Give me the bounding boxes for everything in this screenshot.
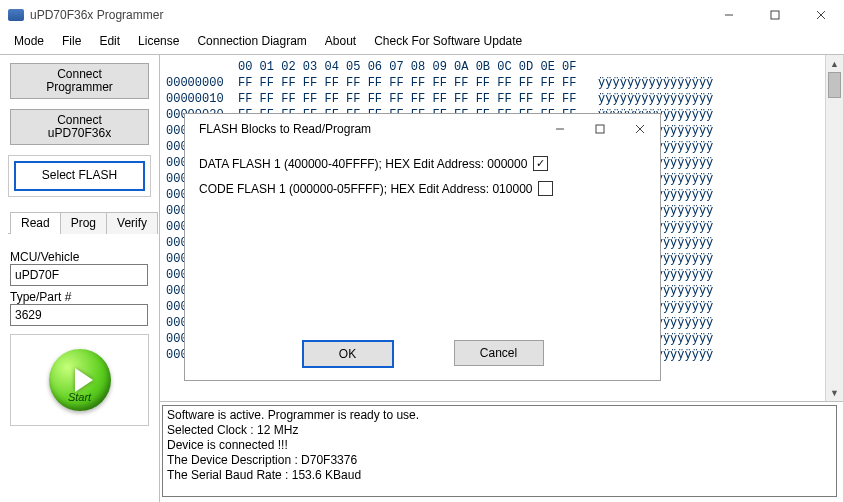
hex-vertical-scrollbar[interactable]: ▲ ▼ <box>825 55 843 401</box>
log-line: Software is active. Programmer is ready … <box>167 408 832 423</box>
tabs: Read Prog Verify <box>8 211 151 234</box>
app-icon <box>8 9 24 21</box>
dialog-titlebar: FLASH Blocks to Read/Program <box>185 114 660 144</box>
maximize-button[interactable] <box>752 0 798 30</box>
scroll-up-icon[interactable]: ▲ <box>826 55 843 72</box>
start-label: Start <box>49 391 111 403</box>
svg-rect-5 <box>596 125 604 133</box>
close-button[interactable] <box>798 0 844 30</box>
scroll-thumb[interactable] <box>828 72 841 98</box>
ok-button[interactable]: OK <box>302 340 394 368</box>
tab-verify[interactable]: Verify <box>106 212 158 234</box>
log-line: Selected Clock : 12 MHz <box>167 423 832 438</box>
scroll-down-icon[interactable]: ▼ <box>826 384 843 401</box>
menu-connection-diagram[interactable]: Connection Diagram <box>197 34 306 48</box>
connect-programmer-button[interactable]: Connect Programmer <box>10 63 149 99</box>
window-title: uPD70F36x Programmer <box>30 8 163 22</box>
svg-rect-1 <box>771 11 779 19</box>
dialog-title: FLASH Blocks to Read/Program <box>199 122 371 136</box>
mcu-label: MCU/Vehicle <box>10 250 149 264</box>
dialog-body: DATA FLASH 1 (400000-40FFFF); HEX Edit A… <box>185 144 660 332</box>
start-area: Start <box>10 334 149 426</box>
titlebar: uPD70F36x Programmer <box>0 0 844 30</box>
flash-row-label: DATA FLASH 1 (400000-40FFFF); HEX Edit A… <box>199 157 527 171</box>
window-controls <box>706 0 844 30</box>
dialog-close-button[interactable] <box>620 114 660 144</box>
minimize-button[interactable] <box>706 0 752 30</box>
flash-blocks-dialog: FLASH Blocks to Read/Program DATA FLASH … <box>184 113 661 381</box>
menu-mode[interactable]: Mode <box>14 34 44 48</box>
flash-row-checkbox[interactable] <box>538 181 553 196</box>
tab-body: MCU/Vehicle Type/Part # Start <box>8 240 151 428</box>
connect-programmer-label: Connect Programmer <box>46 68 113 94</box>
flash-row-label: CODE FLASH 1 (000000-05FFFF); HEX Edit A… <box>199 182 532 196</box>
mcu-input[interactable] <box>10 264 148 286</box>
menu-license[interactable]: License <box>138 34 179 48</box>
menu-about[interactable]: About <box>325 34 356 48</box>
log-line: The Serial Baud Rate : 153.6 KBaud <box>167 468 832 483</box>
type-input[interactable] <box>10 304 148 326</box>
connect-device-label: Connect uPD70F36x <box>48 114 111 140</box>
menu-check-update[interactable]: Check For Software Update <box>374 34 522 48</box>
flash-row-checkbox[interactable]: ✓ <box>533 156 548 171</box>
log-line: Device is connected !!! <box>167 438 832 453</box>
log-line: The Device Description : D70F3376 <box>167 453 832 468</box>
menubar: Mode File Edit License Connection Diagra… <box>0 30 844 55</box>
dialog-minimize-button[interactable] <box>540 114 580 144</box>
connect-device-button[interactable]: Connect uPD70F36x <box>10 109 149 145</box>
left-panel: Connect Programmer Connect uPD70F36x Sel… <box>0 55 160 502</box>
flash-row-data: DATA FLASH 1 (400000-40FFFF); HEX Edit A… <box>199 156 646 171</box>
log-panel[interactable]: Software is active. Programmer is ready … <box>162 405 837 497</box>
menu-edit[interactable]: Edit <box>99 34 120 48</box>
type-label: Type/Part # <box>10 290 149 304</box>
select-flash-label: Select FLASH <box>42 169 117 182</box>
tab-prog[interactable]: Prog <box>60 212 107 234</box>
tab-read[interactable]: Read <box>10 212 61 234</box>
menu-file[interactable]: File <box>62 34 81 48</box>
cancel-button[interactable]: Cancel <box>454 340 544 366</box>
flash-row-code: CODE FLASH 1 (000000-05FFFF); HEX Edit A… <box>199 181 646 196</box>
dialog-maximize-button[interactable] <box>580 114 620 144</box>
select-flash-button[interactable]: Select FLASH <box>14 161 145 191</box>
dialog-buttons: OK Cancel <box>185 332 660 380</box>
start-button[interactable]: Start <box>49 349 111 411</box>
